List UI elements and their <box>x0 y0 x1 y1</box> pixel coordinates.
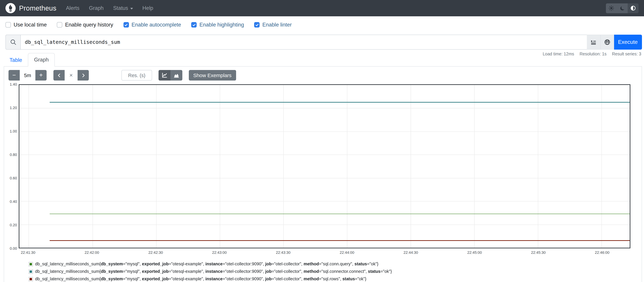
execute-button[interactable]: Execute <box>614 35 642 50</box>
x-tick-label: 22:45:30 <box>528 250 549 255</box>
globe-icon <box>604 39 610 45</box>
unchecked-checkbox-icon <box>6 22 11 27</box>
checkbox-label: Use local time <box>14 22 47 28</box>
increase-range-button[interactable]: + <box>36 70 46 80</box>
tab-table[interactable]: Table <box>4 54 28 67</box>
chart-type-toggle <box>158 70 182 80</box>
v-gridline <box>283 85 284 248</box>
clear-time-button[interactable]: × <box>65 70 78 80</box>
metrics-explorer-icon <box>590 39 596 45</box>
prometheus-logo-icon <box>6 3 16 13</box>
checkbox-enable-linter[interactable]: Enable linter <box>254 22 292 28</box>
x-axis-labels: 22:41:3022:42:0022:42:3022:43:0022:43:30… <box>18 250 630 255</box>
options-bar: Use local timeEnable query historyEnable… <box>0 16 644 28</box>
chevron-right-icon <box>81 73 86 78</box>
unchecked-checkbox-icon <box>57 22 62 27</box>
v-gridline <box>156 85 156 248</box>
plot-area[interactable] <box>18 84 630 248</box>
line-chart-icon <box>162 72 168 78</box>
query-expression-input[interactable] <box>20 35 587 50</box>
legend-item[interactable]: db_sql_latency_milliseconds_sum{db_syste… <box>28 268 392 275</box>
tab-graph[interactable]: Graph <box>28 53 55 67</box>
dark-theme-moon-icon[interactable] <box>617 3 628 13</box>
theme-toggle-group <box>606 3 638 13</box>
range-control-group: − + <box>8 70 46 80</box>
stacked-chart-icon <box>174 72 179 78</box>
auto-theme-contrast-icon[interactable] <box>628 3 638 13</box>
graph-panel: − + × <box>4 67 642 282</box>
y-tick-label: 1.40 <box>4 82 17 86</box>
shift-forward-button[interactable] <box>78 70 89 80</box>
nav-link-status[interactable]: Status <box>113 5 133 11</box>
legend-text: db_sql_latency_milliseconds_sum{db_syste… <box>35 262 378 266</box>
x-tick-label: 22:45:00 <box>464 250 486 255</box>
checked-checkbox-icon <box>123 22 129 27</box>
show-exemplars-button[interactable]: Show Exemplars <box>189 70 236 80</box>
checkbox-enable-highlighting[interactable]: Enable highlighting <box>191 22 244 28</box>
y-tick-label: 1.00 <box>4 129 17 133</box>
stacked-chart-toggle-button[interactable] <box>170 70 182 80</box>
legend-text: db_sql_latency_milliseconds_sum{db_syste… <box>35 269 392 274</box>
checked-checkbox-icon <box>191 22 197 27</box>
checkbox-label: Enable autocomplete <box>132 22 181 28</box>
v-gridline <box>410 85 411 248</box>
chevron-left-icon <box>57 73 62 78</box>
query-bar: Execute <box>6 35 642 50</box>
panel-tabs: Table Graph <box>4 52 642 67</box>
x-tick-label: 22:46:00 <box>591 250 613 255</box>
search-icon <box>6 35 20 50</box>
caret-down-icon <box>130 8 133 9</box>
y-axis-labels: 0.000.200.400.600.801.001.201.40 <box>4 84 17 248</box>
series-line <box>50 102 630 103</box>
checked-checkbox-icon <box>254 22 260 27</box>
line-chart-toggle-button[interactable] <box>158 70 170 80</box>
y-tick-label: 1.20 <box>4 106 17 110</box>
resolution-input[interactable] <box>122 70 152 80</box>
time-shift-group: × <box>54 70 89 80</box>
v-gridline <box>347 85 347 248</box>
metrics-explorer-button[interactable] <box>587 35 600 50</box>
nav-links: AlertsGraphStatusHelp <box>66 5 153 11</box>
checkbox-label: Enable linter <box>262 22 292 28</box>
v-gridline <box>29 85 29 248</box>
shift-back-button[interactable] <box>54 70 65 80</box>
local-time-globe-button[interactable] <box>600 35 614 50</box>
x-tick-label: 22:44:00 <box>336 250 358 255</box>
y-tick-label: 0.60 <box>4 176 17 180</box>
checkbox-enable-autocomplete[interactable]: Enable autocomplete <box>123 22 181 28</box>
v-gridline <box>538 85 538 248</box>
x-tick-label: 22:41:30 <box>17 250 39 255</box>
legend-item[interactable]: db_sql_latency_milliseconds_sum{db_syste… <box>28 275 392 282</box>
y-tick-label: 0.80 <box>4 153 17 157</box>
v-gridline <box>474 85 474 248</box>
v-gridline <box>602 85 602 248</box>
v-gridline <box>92 85 93 248</box>
prometheus-brand[interactable]: Prometheus <box>6 3 56 13</box>
chart-legend: db_sql_latency_milliseconds_sum{db_syste… <box>28 260 392 282</box>
nav-link-graph[interactable]: Graph <box>89 5 104 11</box>
checkbox-label: Enable highlighting <box>200 22 244 28</box>
legend-item[interactable]: db_sql_latency_milliseconds_sum{db_syste… <box>28 260 392 268</box>
nav-link-help[interactable]: Help <box>142 5 153 11</box>
x-tick-label: 22:42:30 <box>145 250 166 255</box>
series-line <box>50 214 630 214</box>
range-input[interactable] <box>20 72 36 78</box>
legend-swatch <box>28 262 33 266</box>
nav-link-alerts[interactable]: Alerts <box>66 5 80 11</box>
checkbox-label: Enable query history <box>65 22 113 28</box>
close-icon: × <box>70 72 73 79</box>
light-theme-sun-icon[interactable] <box>606 3 617 13</box>
x-tick-label: 22:42:00 <box>81 250 103 255</box>
y-tick-label: 0.00 <box>4 246 17 250</box>
y-tick-label: 0.20 <box>4 223 17 227</box>
navbar: Prometheus AlertsGraphStatusHelp <box>0 0 644 16</box>
x-tick-label: 22:43:30 <box>272 250 294 255</box>
checkbox-use-local-time[interactable]: Use local time <box>6 22 47 28</box>
series-line <box>50 240 630 241</box>
checkbox-enable-query-history[interactable]: Enable query history <box>57 22 113 28</box>
graph-controls: − + × <box>8 70 637 80</box>
page: Prometheus AlertsGraphStatusHelp <box>0 0 644 282</box>
brand-name: Prometheus <box>19 4 56 12</box>
legend-swatch <box>28 277 33 281</box>
decrease-range-button[interactable]: − <box>8 70 20 80</box>
